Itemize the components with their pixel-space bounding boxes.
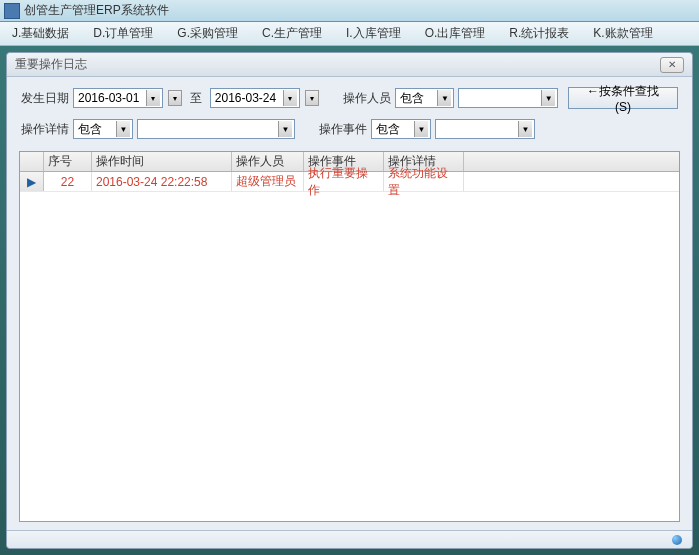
grid-body: ▶ 22 2016-03-24 22:22:58 超级管理员 执行重要操作 系统… [20, 172, 679, 521]
event-value-combo[interactable]: ▼ [435, 119, 535, 139]
date-from-value: 2016-03-01 [78, 91, 139, 105]
menu-bar: J.基础数据 D.订单管理 G.采购管理 C.生产管理 I.入库管理 O.出库管… [0, 22, 699, 46]
app-title: 创管生产管理ERP系统软件 [24, 2, 169, 19]
chevron-down-icon[interactable]: ▼ [541, 90, 555, 106]
menu-inbound[interactable]: I.入库管理 [334, 22, 413, 45]
chevron-down-icon[interactable]: ▼ [437, 90, 451, 106]
operator-mode-combo[interactable]: 包含 ▼ [395, 88, 455, 108]
panel-header: 重要操作日志 ✕ [7, 53, 692, 77]
event-mode-combo[interactable]: 包含 ▼ [371, 119, 431, 139]
date-from-input[interactable]: 2016-03-01 ▾ [73, 88, 163, 108]
content-area: 重要操作日志 ✕ 发生日期 2016-03-01 ▾ ▾ 至 2016-03-2… [0, 46, 699, 555]
detail-mode-value: 包含 [78, 121, 102, 138]
col-header-time[interactable]: 操作时间 [92, 152, 232, 171]
chevron-down-icon[interactable]: ▼ [116, 121, 130, 137]
filter-bar: 发生日期 2016-03-01 ▾ ▾ 至 2016-03-24 ▾ ▾ 操作人… [7, 77, 692, 151]
date-label: 发生日期 [21, 90, 69, 107]
menu-order[interactable]: D.订单管理 [81, 22, 165, 45]
close-icon: ✕ [668, 59, 676, 70]
menu-production[interactable]: C.生产管理 [250, 22, 334, 45]
search-button[interactable]: ←按条件查找(S) [568, 87, 678, 109]
cell-seq: 22 [44, 172, 92, 191]
chevron-down-icon[interactable]: ▼ [278, 121, 292, 137]
calendar-icon[interactable]: ▾ [305, 90, 319, 106]
data-grid[interactable]: 序号 操作时间 操作人员 操作事件 操作详情 ▶ 22 2016-03-24 2… [19, 151, 680, 522]
row-indicator-icon: ▶ [20, 172, 44, 191]
detail-mode-combo[interactable]: 包含 ▼ [73, 119, 133, 139]
menu-accounts[interactable]: K.账款管理 [581, 22, 664, 45]
panel-title: 重要操作日志 [15, 56, 87, 73]
chevron-down-icon[interactable]: ▼ [414, 121, 428, 137]
col-header-person[interactable]: 操作人员 [232, 152, 304, 171]
date-to-label: 至 [190, 90, 202, 107]
detail-label: 操作详情 [21, 121, 69, 138]
status-indicator-icon [672, 535, 682, 545]
app-icon [4, 3, 20, 19]
chevron-down-icon[interactable]: ▾ [283, 90, 297, 106]
title-bar: 创管生产管理ERP系统软件 [0, 0, 699, 22]
calendar-icon[interactable]: ▾ [168, 90, 182, 106]
cell-event: 执行重要操作 [304, 172, 384, 191]
menu-outbound[interactable]: O.出库管理 [413, 22, 498, 45]
menu-reports[interactable]: R.统计报表 [497, 22, 581, 45]
operator-value-combo[interactable]: ▼ [458, 88, 558, 108]
operator-mode-value: 包含 [400, 90, 424, 107]
log-panel: 重要操作日志 ✕ 发生日期 2016-03-01 ▾ ▾ 至 2016-03-2… [6, 52, 693, 549]
col-header-seq[interactable]: 序号 [44, 152, 92, 171]
event-label: 操作事件 [319, 121, 367, 138]
cell-person: 超级管理员 [232, 172, 304, 191]
chevron-down-icon[interactable]: ▾ [146, 90, 160, 106]
date-to-value: 2016-03-24 [215, 91, 276, 105]
menu-basic-data[interactable]: J.基础数据 [0, 22, 81, 45]
cell-time: 2016-03-24 22:22:58 [92, 172, 232, 191]
menu-purchase[interactable]: G.采购管理 [165, 22, 250, 45]
status-bar [7, 530, 692, 548]
date-to-input[interactable]: 2016-03-24 ▾ [210, 88, 300, 108]
detail-value-combo[interactable]: ▼ [137, 119, 295, 139]
chevron-down-icon[interactable]: ▼ [518, 121, 532, 137]
event-mode-value: 包含 [376, 121, 400, 138]
operator-label: 操作人员 [343, 90, 391, 107]
row-header-selector [20, 152, 44, 171]
cell-detail: 系统功能设置 [384, 172, 464, 191]
panel-close-button[interactable]: ✕ [660, 57, 684, 73]
table-row[interactable]: ▶ 22 2016-03-24 22:22:58 超级管理员 执行重要操作 系统… [20, 172, 679, 192]
